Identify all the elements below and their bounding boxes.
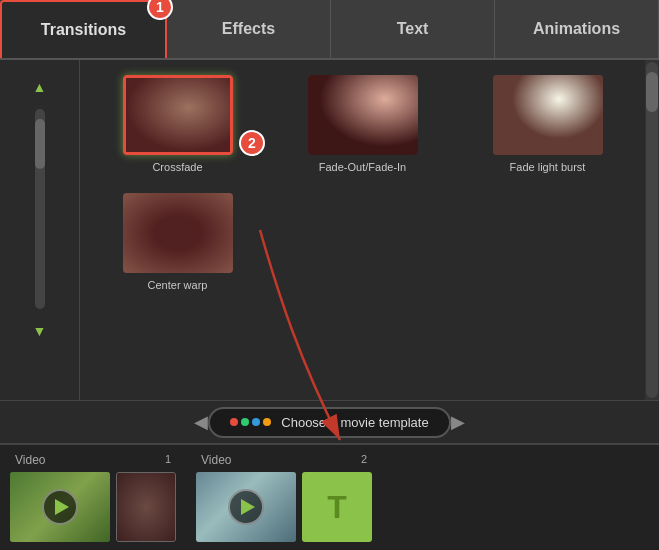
timeline-row-2: T <box>196 472 372 542</box>
dot-red <box>230 418 238 426</box>
video1-num: 1 <box>165 453 171 467</box>
dot-orange <box>263 418 271 426</box>
transition-fade-light-thumb[interactable] <box>493 75 603 155</box>
transition-center-warp-label: Center warp <box>148 279 208 291</box>
transition-crossfade-label: Crossfade <box>152 161 202 173</box>
tab-transitions-label: Transitions <box>41 21 126 39</box>
app-container: Transitions 1 Effects Text Animations ▲ … <box>0 0 659 550</box>
movie-template-bar: ◀ Choose a movie template ▶ <box>0 400 659 444</box>
transition-crossfade-thumb[interactable] <box>123 75 233 155</box>
transition-fade-light[interactable]: Fade light burst <box>465 75 630 173</box>
tab-effects[interactable]: Effects <box>167 0 331 58</box>
scroll-down-arrow[interactable]: ▼ <box>28 319 52 343</box>
tab-transitions[interactable]: Transitions 1 <box>0 0 167 58</box>
tab-effects-label: Effects <box>222 20 275 38</box>
arrow-left-icon: ◀ <box>194 411 208 433</box>
timeline-section-2: Video 2 T <box>196 453 372 542</box>
transition-fade-out-label: Fade-Out/Fade-In <box>319 161 406 173</box>
transition-fade-out-thumb[interactable] <box>308 75 418 155</box>
transition-center-warp-thumb[interactable] <box>123 193 233 273</box>
dot-green <box>241 418 249 426</box>
video2-play-button[interactable] <box>228 489 264 525</box>
video1-play-button[interactable] <box>42 489 78 525</box>
sidebar-scrollbar[interactable] <box>35 109 45 309</box>
transition-fade-light-label: Fade light burst <box>510 161 586 173</box>
video1-label: Video <box>15 453 160 467</box>
tab-text[interactable]: Text <box>331 0 495 58</box>
transition-fade-out-in[interactable]: Fade-Out/Fade-In <box>280 75 445 173</box>
dot-blue <box>252 418 260 426</box>
transition-slot-1[interactable] <box>116 472 176 542</box>
sidebar-scrollbar-thumb <box>35 119 45 169</box>
timeline-row-1 <box>10 472 176 542</box>
tab-animations-label: Animations <box>533 20 620 38</box>
video2-thumbnail[interactable] <box>196 472 296 542</box>
transition-center-warp[interactable]: Center warp <box>95 193 260 291</box>
annotation-2: 2 <box>239 130 265 156</box>
left-sidebar: ▲ ▼ <box>0 60 80 400</box>
transition-crossfade[interactable]: Crossfade 2 <box>95 75 260 173</box>
transitions-grid: Crossfade 2 Fade-Out/Fade-In Fade light … <box>80 60 645 400</box>
movie-template-button[interactable]: Choose a movie template <box>208 407 450 438</box>
scrollbar-thumb <box>646 72 658 112</box>
video2-num: 2 <box>361 453 367 467</box>
scroll-up-arrow[interactable]: ▲ <box>28 75 52 99</box>
right-scrollbar[interactable] <box>645 60 659 400</box>
video2-label: Video <box>201 453 356 467</box>
play-triangle-icon-2 <box>241 499 255 515</box>
scrollbar-track <box>646 62 658 398</box>
movie-template-label: Choose a movie template <box>281 415 428 430</box>
arrow-right-icon: ▶ <box>451 411 465 433</box>
main-content: ▲ ▼ Crossfade 2 Fade-Out/Fade-In <box>0 60 659 400</box>
tab-bar: Transitions 1 Effects Text Animations <box>0 0 659 60</box>
play-triangle-icon <box>55 499 69 515</box>
text-thumbnail[interactable]: T <box>302 472 372 542</box>
text-thumb-label: T <box>327 489 347 526</box>
timeline-section-1: Video 1 <box>10 453 176 542</box>
timeline: Video 1 Video 2 <box>0 444 659 550</box>
video1-thumbnail[interactable] <box>10 472 110 542</box>
tab-animations[interactable]: Animations <box>495 0 659 58</box>
dots-icon <box>230 418 271 426</box>
tab-text-label: Text <box>397 20 429 38</box>
